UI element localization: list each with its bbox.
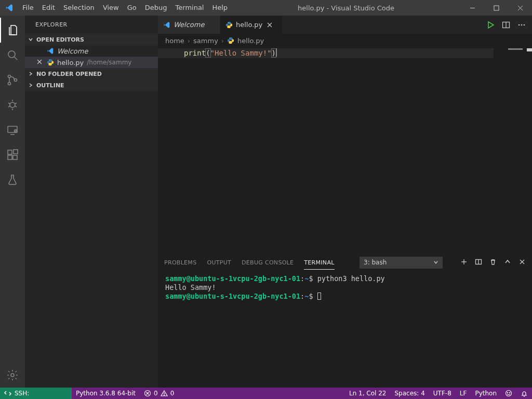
breadcrumb-home[interactable]: home — [165, 37, 184, 45]
cursor — [276, 48, 277, 57]
tab-hello[interactable]: hello.py — [220, 16, 283, 34]
status-remote[interactable]: SSH: — [0, 388, 72, 399]
svg-rect-15 — [13, 155, 17, 159]
panel-tabs: PROBLEMS OUTPUT DEBUG CONSOLE TERMINAL 3… — [158, 254, 532, 271]
menu-help[interactable]: Help — [208, 0, 232, 16]
panel-tab-debug[interactable]: DEBUG CONSOLE — [242, 256, 294, 269]
term-cursor — [317, 292, 321, 300]
term-colon-1: : — [300, 274, 304, 283]
menu-terminal[interactable]: Terminal — [171, 0, 208, 16]
svg-rect-16 — [14, 150, 18, 154]
menu-view[interactable]: View — [99, 0, 123, 16]
panel-tab-terminal[interactable]: TERMINAL — [304, 256, 334, 270]
status-cursor-pos[interactable]: Ln 1, Col 22 — [345, 390, 391, 397]
svg-point-33 — [231, 43, 232, 43]
open-editor-welcome-label: Welcome — [57, 47, 88, 55]
status-feedback-icon[interactable] — [501, 390, 516, 397]
activity-explorer-icon[interactable] — [0, 18, 25, 43]
split-terminal-icon[interactable] — [475, 258, 482, 267]
code-content[interactable]: print("Hello Sammy!") — [184, 48, 494, 254]
svg-point-21 — [51, 64, 51, 65]
status-bell-icon[interactable] — [516, 390, 532, 397]
svg-point-4 — [8, 51, 15, 58]
window-title: hello.py - Visual Studio Code — [232, 4, 460, 12]
status-encoding[interactable]: UTF-8 — [429, 390, 456, 397]
no-folder-label: NO FOLDER OPENED — [36, 71, 102, 77]
activity-bar — [0, 16, 25, 388]
menu-go[interactable]: Go — [123, 0, 141, 16]
vscode-logo-icon — [163, 21, 170, 29]
outline-label: OUTLINE — [36, 82, 64, 89]
outline-header[interactable]: OUTLINE — [25, 79, 158, 91]
status-language[interactable]: Python — [471, 390, 501, 397]
breadcrumb[interactable]: home › sammy › hello.py — [158, 34, 532, 47]
svg-point-23 — [230, 26, 230, 27]
svg-point-32 — [230, 38, 230, 38]
editor-area[interactable]: 1 print("Hello Sammy!") — [158, 47, 532, 254]
tab-close-icon[interactable] — [265, 21, 274, 29]
activity-debug-icon[interactable] — [0, 92, 25, 117]
remote-icon — [4, 390, 11, 397]
svg-point-22 — [228, 22, 229, 23]
python-file-icon — [47, 59, 54, 66]
status-eol[interactable]: LF — [456, 390, 471, 397]
error-icon — [144, 390, 151, 397]
run-icon[interactable] — [486, 21, 495, 29]
svg-point-46 — [506, 391, 512, 396]
split-editor-icon[interactable] — [502, 21, 510, 29]
svg-line-5 — [15, 57, 18, 60]
breadcrumb-sammy[interactable]: sammy — [193, 37, 218, 45]
open-editor-welcome[interactable]: Welcome — [25, 45, 158, 57]
close-panel-icon[interactable] — [518, 258, 526, 267]
open-editor-hello-path: /home/sammy — [87, 59, 131, 66]
open-editor-hello[interactable]: hello.py /home/sammy — [25, 57, 158, 68]
overview-ruler[interactable] — [525, 47, 532, 254]
activity-scm-icon[interactable] — [0, 68, 25, 92]
terminal-selector[interactable]: 3: bash — [360, 257, 443, 269]
more-actions-icon[interactable] — [517, 21, 526, 29]
term-userhost-2: sammy@ubuntu-s-1vcpu-2gb-nyc1-01 — [165, 292, 300, 300]
tab-hello-label: hello.py — [236, 21, 262, 29]
close-button[interactable] — [508, 0, 532, 16]
activity-remote-icon[interactable] — [0, 117, 25, 142]
maximize-button[interactable] — [484, 0, 508, 16]
tab-welcome[interactable]: Welcome — [158, 16, 220, 34]
activity-test-icon[interactable] — [0, 167, 25, 192]
open-editors-header[interactable]: OPEN EDITORS — [25, 34, 158, 45]
maximize-panel-icon[interactable] — [504, 258, 511, 267]
kill-terminal-icon[interactable] — [489, 258, 497, 267]
activity-search-icon[interactable] — [0, 43, 25, 68]
term-userhost-1: sammy@ubuntu-s-1vcpu-2gb-nyc1-01 — [165, 274, 300, 283]
minimap[interactable] — [494, 47, 525, 254]
minimize-button[interactable] — [460, 0, 484, 16]
svg-point-17 — [11, 374, 14, 377]
chevron-right-icon: › — [221, 37, 224, 45]
menu-edit[interactable]: Edit — [38, 0, 59, 16]
editor-tabs: Welcome hello.py — [158, 16, 532, 34]
no-folder-header[interactable]: NO FOLDER OPENED — [25, 68, 158, 79]
chevron-right-icon — [27, 82, 34, 89]
svg-point-30 — [521, 24, 523, 25]
svg-point-48 — [509, 392, 510, 393]
close-icon[interactable] — [36, 59, 44, 66]
python-file-icon — [225, 21, 233, 29]
chevron-down-icon — [27, 36, 34, 43]
svg-marker-26 — [488, 22, 494, 28]
term-colon-2: : — [300, 292, 304, 300]
chevron-right-icon — [27, 70, 34, 77]
menu-debug[interactable]: Debug — [141, 0, 171, 16]
breadcrumb-file[interactable]: hello.py — [237, 37, 264, 45]
warning-icon — [161, 390, 168, 397]
activity-settings-icon[interactable] — [0, 363, 25, 388]
panel-tab-problems[interactable]: PROBLEMS — [164, 256, 196, 269]
menu-selection[interactable]: Selection — [59, 0, 99, 16]
activity-extensions-icon[interactable] — [0, 142, 25, 167]
status-problems[interactable]: 0 0 — [140, 390, 178, 397]
terminal-body[interactable]: sammy@ubuntu-s-1vcpu-2gb-nyc1-01:~$ pyth… — [158, 271, 532, 388]
new-terminal-icon[interactable] — [460, 258, 468, 267]
menu-file[interactable]: File — [18, 0, 38, 16]
panel-tab-output[interactable]: OUTPUT — [207, 256, 231, 269]
status-indent[interactable]: Spaces: 4 — [391, 390, 429, 397]
titlebar: File Edit Selection View Go Debug Termin… — [0, 0, 532, 16]
status-python[interactable]: Python 3.6.8 64-bit — [72, 390, 140, 397]
